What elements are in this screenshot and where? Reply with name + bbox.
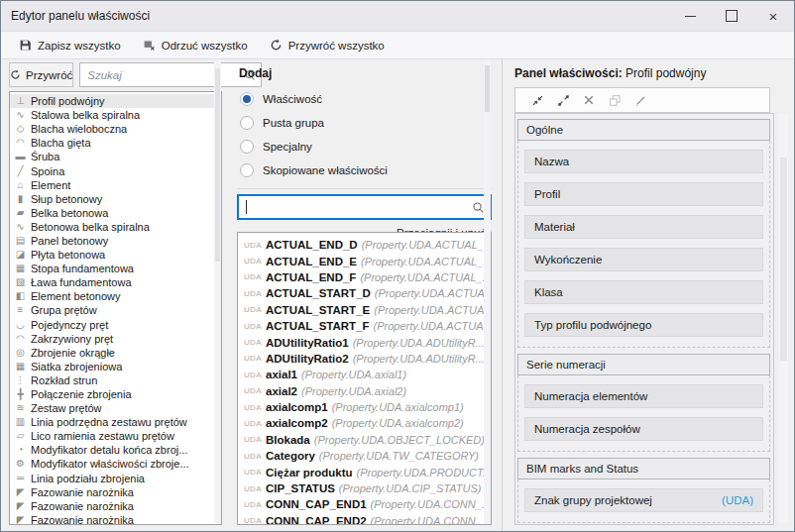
property-reference: (Property.UDA.CONN_... (371, 515, 491, 525)
property-list-item[interactable]: UDA CONN_CAP_END1 (Property.UDA.CONN_... (238, 496, 491, 512)
uda-tag: UDA (244, 419, 266, 428)
section-title: Ogólne (526, 124, 563, 136)
property-list-item[interactable]: UDA ADUtilityRatio2 (Property.UDA.ADUtil… (238, 351, 491, 367)
object-type-list-item[interactable]: ◔ Modyfikator detalu końca zbroj... (10, 443, 221, 457)
object-type-list-item[interactable]: ▮ Słup betonowy (10, 192, 221, 206)
object-type-list-item[interactable]: ⋮ Rozkład strun (10, 373, 221, 387)
property-list-item[interactable]: UDA ACTUAL_END_D (Property.UDA.ACTUAL_..… (238, 237, 491, 253)
object-type-list-item[interactable]: ▦ Siatka zbrojeniowa (10, 360, 221, 373)
scrollbar-thumb[interactable] (215, 68, 220, 262)
object-type-list-item[interactable]: ≋ Zestaw prętów (10, 401, 221, 415)
radio-option[interactable]: Właściwość (237, 87, 492, 111)
uda-tag: UDA (244, 354, 266, 363)
field-row[interactable]: Numeracja zespołów (524, 417, 763, 441)
property-list-item[interactable]: UDA ACTUAL_START_E (Property.UDA.ACTUA..… (238, 302, 491, 318)
field-row[interactable]: Numeracja elementów (524, 384, 763, 408)
expand-all-button[interactable] (550, 94, 576, 107)
property-list-item[interactable]: UDA axial2 (Property.UDA.axial2) (238, 383, 491, 399)
property-list-item[interactable]: UDA axialcomp1 (Property.UDA.axialcomp1) (238, 399, 491, 415)
radio-label: Właściwość (263, 93, 322, 105)
main-toolbar: Zapisz wszystko Odrzuć wszystko Przywróć… (1, 32, 794, 59)
radio-option[interactable]: Skopiowane właściwości (237, 159, 492, 182)
property-list-item[interactable]: UDA Category (Property.UDA.TW_CATEGORY) (238, 448, 491, 464)
object-type-list-item[interactable]: ▥ Linia podrzędna zestawu prętów (10, 415, 221, 429)
object-type-list-item[interactable]: ═ Linia podziału zbrojenia (10, 472, 221, 485)
radio-option[interactable]: Specjalny (237, 135, 492, 159)
item-type-icon: ▰ (13, 208, 28, 218)
object-type-list-scrollbar[interactable] (214, 60, 221, 523)
object-type-list-item[interactable]: ╋ Połączenie zbrojenia (10, 387, 221, 401)
uda-tag: UDA (244, 338, 266, 347)
object-type-list-item[interactable]: ◤ Fazowanie narożnika (10, 499, 221, 513)
object-type-list-item[interactable]: ◇ Blacha wieloboczna (10, 122, 221, 136)
property-list-item[interactable]: UDA CONN_CAP_END2 (Property.UDA.CONN_... (238, 513, 491, 525)
object-type-search[interactable] (79, 62, 262, 87)
property-list-item[interactable]: UDA CIP_STATUS (Property.UDA.CIP_STATUS) (238, 480, 491, 496)
object-type-list-item[interactable]: ⚙ Modyfikator właściwości zbroje... (10, 457, 221, 471)
maximize-button[interactable] (711, 1, 752, 31)
property-list-item[interactable]: UDA ACTUAL_START_D (Property.UDA.ACTUA..… (238, 285, 491, 301)
object-type-list-item[interactable]: ◧ Element betonowy (10, 289, 221, 303)
scrollbar-thumb[interactable] (780, 158, 787, 361)
radio-option[interactable]: Pusta grupa (237, 111, 492, 135)
restore-all-button[interactable]: Przywróć wszystko (260, 36, 397, 54)
radio-icon (240, 163, 254, 177)
delete-button[interactable] (576, 94, 602, 106)
radio-label: Specjalny (263, 141, 312, 153)
object-type-list-item[interactable]: ◠ Zakrzywiony pręt (10, 332, 221, 346)
object-type-list-item[interactable]: ⊥ Profil podwójny (10, 94, 221, 108)
scrollbar-thumb[interactable] (485, 65, 490, 112)
property-list-item[interactable]: UDA axial1 (Property.UDA.axial1) (238, 367, 491, 382)
object-type-list-item[interactable]: ▦ Stopa fundamentowa (10, 262, 221, 275)
layout-toolbar (514, 87, 770, 113)
section-header[interactable]: Serie numeracji (517, 354, 770, 375)
field-row[interactable]: Znak grupy projektowej (UDA) (524, 488, 763, 512)
object-type-list-item[interactable]: ◪ Płyta betonowa (10, 248, 221, 262)
save-all-button[interactable]: Zapisz wszystko (9, 36, 133, 54)
layout-scrollbar[interactable] (779, 113, 788, 523)
item-type-icon: ∿ (13, 222, 28, 232)
object-type-list-item[interactable]: ◤ Fazowanie narożnika (10, 513, 221, 525)
collapse-all-button[interactable] (524, 94, 550, 107)
property-list-item[interactable]: UDA Ciężar produktu (Property.UDA.PRODUC… (238, 464, 491, 479)
field-row[interactable]: Materiał (524, 215, 763, 239)
section-header[interactable]: BIM marks and Status (517, 458, 770, 479)
object-type-list-item[interactable]: ◤ Fazowanie narożnika (10, 485, 221, 499)
field-row[interactable]: Nazwa (524, 150, 763, 173)
object-type-list-item[interactable]: ◠ Blacha gięta (10, 136, 221, 150)
property-list-item[interactable]: UDA ACTUAL_END_F (Property.UDA.ACTUAL_..… (238, 269, 491, 285)
object-type-list-item[interactable]: ∿ Betonowa belka spiralna (10, 220, 221, 234)
property-search-input[interactable] (247, 200, 472, 214)
restore-button[interactable]: Przywróć (9, 62, 73, 87)
field-row[interactable]: Profil (524, 182, 763, 206)
section-header[interactable]: Ogólne (517, 119, 770, 141)
property-list-scrollbar[interactable] (484, 60, 491, 523)
object-type-list-item[interactable]: ╱ Spoina (10, 163, 221, 177)
field-row[interactable]: Wykończenie (524, 248, 763, 271)
object-type-list-item[interactable]: ∿ Stalowa belka spiralna (10, 108, 221, 122)
property-search[interactable] (237, 194, 492, 220)
object-type-list-item[interactable]: ▰ Belka betonowa (10, 206, 221, 220)
field-row[interactable]: Typ profilu podwójnego (524, 313, 763, 337)
property-list-item[interactable]: UDA axialcomp2 (Property.UDA.axialcomp2) (238, 415, 491, 431)
item-type-label: Zbrojenie okrągłe (31, 347, 115, 359)
object-type-list-item[interactable]: ◎ Zbrojenie okrągłe (10, 346, 221, 360)
property-list-item[interactable]: UDA Blokada (Property.UDA.OBJECT_LOCKED) (238, 432, 491, 448)
close-button[interactable]: × (752, 1, 794, 31)
object-type-list-item[interactable]: ▬ Śruba (10, 150, 221, 163)
copy-button[interactable] (602, 94, 627, 107)
item-type-label: Linia podrzędna zestawu prętów (31, 416, 187, 428)
object-type-list-item[interactable]: ▨ Ława fundamentowa (10, 275, 221, 289)
object-type-list-item[interactable]: ▤ Panel betonowy (10, 234, 221, 248)
discard-all-button[interactable]: Odrzuć wszystko (133, 36, 260, 54)
minimize-button[interactable] (669, 1, 711, 31)
property-list-item[interactable]: UDA ADUtilityRatio1 (Property.UDA.ADUtil… (238, 334, 491, 350)
property-list-item[interactable]: UDA ACTUAL_START_F (Property.UDA.ACTUA..… (238, 318, 491, 334)
property-list-item[interactable]: UDA ACTUAL_END_E (Property.UDA.ACTUAL_..… (238, 253, 491, 268)
object-type-list-item[interactable]: ⌂ Element (10, 178, 221, 192)
object-type-list-item[interactable]: ◡ Pojedynczy pręt (10, 318, 221, 332)
object-type-list-item[interactable]: ▱ Lico ramienia zestawu prętów (10, 429, 221, 443)
field-row[interactable]: Klasa (524, 280, 763, 304)
edit-button[interactable] (627, 94, 653, 107)
object-type-list-item[interactable]: ≡ Grupa prętów (10, 303, 221, 317)
